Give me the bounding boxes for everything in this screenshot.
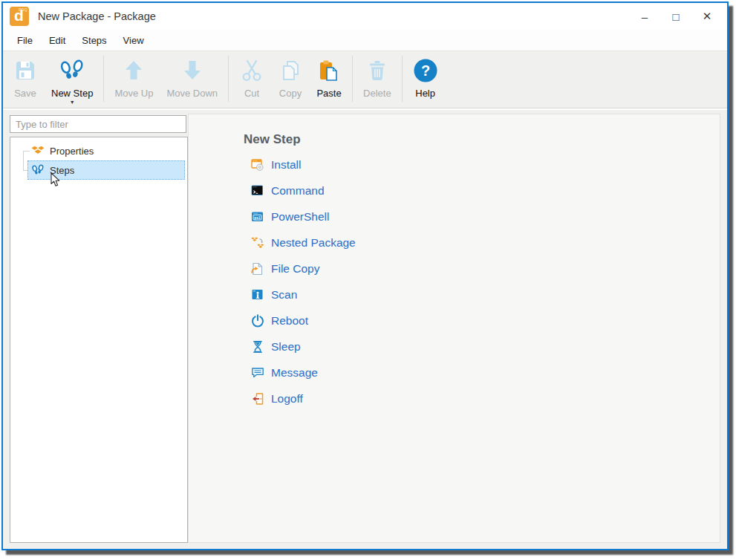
svg-text:?: ? — [421, 62, 430, 79]
step-link-scan[interactable]: Scan — [251, 281, 356, 307]
app-logo-letter: d — [14, 7, 24, 25]
toolbar-separator — [352, 56, 353, 102]
menu-bar: File Edit Steps View — [3, 30, 727, 51]
move-down-arrow-icon — [180, 56, 205, 85]
step-link-file-copy[interactable]: File Copy — [251, 255, 356, 281]
delete-button[interactable]: Delete — [356, 51, 398, 99]
install-icon — [251, 158, 264, 172]
chevron-down-icon[interactable]: ▼ — [70, 100, 75, 105]
scan-inventory-icon — [251, 288, 264, 302]
save-button[interactable]: Save — [6, 51, 45, 99]
step-link-reboot[interactable]: Reboot — [251, 307, 356, 333]
copy-button[interactable]: Copy — [271, 51, 310, 99]
svg-text:ps1: ps1 — [254, 215, 261, 219]
menu-edit[interactable]: Edit — [41, 35, 74, 46]
nested-package-icon — [251, 236, 264, 250]
title-bar: PDQ d New Package - Package – □ ✕ — [3, 3, 727, 30]
menu-steps[interactable]: Steps — [74, 35, 114, 46]
paste-button[interactable]: Paste — [310, 51, 348, 99]
toolbar-separator — [402, 56, 403, 102]
step-link-sleep[interactable]: Sleep — [251, 333, 356, 359]
toolbar-separator — [103, 56, 104, 102]
step-link-install[interactable]: Install — [251, 152, 356, 178]
tree-panel: Properties — [10, 137, 188, 543]
app-logo-icon: PDQ d — [10, 7, 29, 26]
new-step-footprints-icon — [59, 56, 85, 85]
save-icon — [13, 56, 38, 85]
properties-icon — [31, 144, 45, 157]
step-link-powershell[interactable]: ps1 PowerShell — [251, 204, 356, 229]
step-type-list: Install Command — [251, 152, 356, 411]
help-button[interactable]: ? Help — [406, 51, 445, 99]
minimize-button[interactable]: – — [629, 5, 660, 27]
maximize-button[interactable]: □ — [660, 5, 691, 27]
toolbar: Save New Step ▼ — [3, 51, 727, 108]
sleep-hourglass-icon — [251, 340, 264, 354]
step-link-command[interactable]: Command — [251, 178, 356, 204]
window-controls: – □ ✕ — [629, 5, 723, 27]
steps-footprints-icon — [31, 163, 45, 177]
step-link-nested-package[interactable]: Nested Package — [251, 229, 356, 255]
close-button[interactable]: ✕ — [691, 5, 723, 27]
tree-item-properties[interactable]: Properties — [27, 141, 185, 160]
toolbar-separator — [228, 56, 229, 102]
main-panel: New Step Install — [188, 114, 720, 543]
package-tree: Properties — [10, 137, 187, 180]
step-link-message[interactable]: Message — [251, 359, 356, 385]
cut-button[interactable]: Cut — [232, 51, 271, 99]
step-link-logoff[interactable]: Logoff — [251, 385, 356, 411]
filter-input[interactable] — [10, 115, 186, 133]
app-window: PDQ d New Package - Package – □ ✕ File E… — [1, 1, 729, 550]
reboot-power-icon — [251, 314, 264, 328]
page-title: New Step — [244, 132, 301, 147]
message-bubble-icon — [251, 366, 264, 380]
copy-pages-icon — [278, 56, 303, 85]
powershell-icon: ps1 — [251, 210, 264, 224]
tree-connector-line — [23, 151, 30, 152]
move-up-arrow-icon — [121, 56, 146, 85]
content-area: Properties — [3, 110, 727, 549]
scissors-icon — [239, 56, 264, 85]
tree-connector-line — [23, 151, 24, 170]
move-up-button[interactable]: Move Up — [108, 51, 160, 99]
menu-view[interactable]: View — [115, 35, 152, 46]
mouse-cursor — [51, 172, 62, 191]
new-step-button[interactable]: New Step ▼ — [45, 51, 100, 105]
file-copy-icon — [251, 262, 264, 276]
help-question-icon: ? — [413, 56, 438, 85]
window-title: New Package - Package — [38, 10, 156, 22]
trash-icon — [365, 56, 390, 85]
paste-clipboard-icon — [316, 56, 342, 85]
tree-connector-line — [23, 170, 27, 171]
menu-file[interactable]: File — [9, 35, 41, 46]
command-terminal-icon — [251, 184, 264, 198]
logoff-door-icon — [251, 392, 264, 406]
move-down-button[interactable]: Move Down — [160, 51, 224, 99]
